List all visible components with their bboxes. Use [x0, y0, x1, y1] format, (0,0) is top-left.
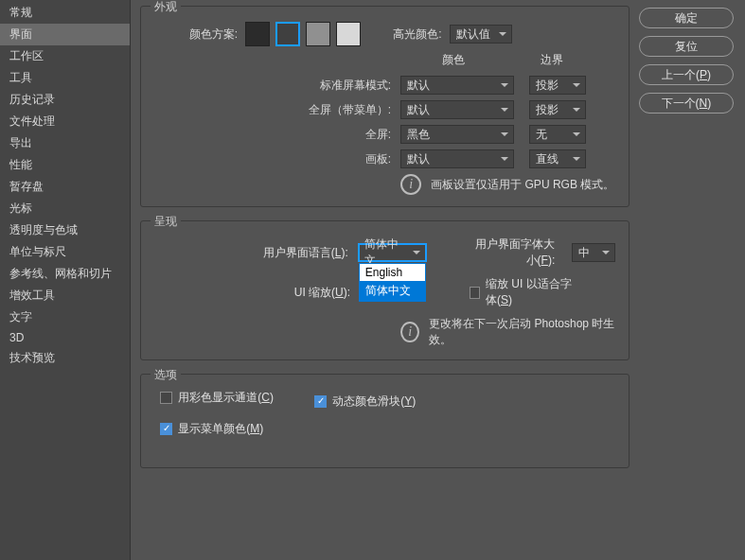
dynamic-sliders-checkbox[interactable] — [314, 395, 327, 408]
ui-language-option[interactable]: English — [360, 264, 426, 281]
screen-mode-border-select[interactable]: 直线 — [529, 149, 586, 168]
column-header-color: 颜色 — [400, 52, 506, 68]
sidebar-item[interactable]: 3D — [0, 328, 130, 347]
sidebar-item[interactable]: 历史记录 — [0, 89, 130, 111]
color-scheme-swatch[interactable] — [336, 22, 361, 46]
screen-mode-row: 画板:默认直线 — [154, 149, 615, 168]
sidebar-item[interactable]: 暂存盘 — [0, 176, 130, 198]
appearance-group: 外观 颜色方案: 高光颜色: 默认值 颜色 边界 标准屏幕模式:默认投影全屏（带… — [140, 6, 630, 207]
column-header-border: 边界 — [523, 52, 580, 68]
menu-colors-label: 显示菜单颜色(M) — [178, 421, 263, 437]
preferences-sidebar: 常规界面工作区工具历史记录文件处理导出性能暂存盘光标透明度与色域单位与标尺参考线… — [0, 0, 131, 560]
dynamic-sliders-label: 动态颜色滑块(Y) — [332, 394, 416, 410]
ui-language-select[interactable]: 简体中文 English简体中文 — [358, 243, 428, 262]
screen-mode-label: 画板: — [154, 151, 400, 167]
sidebar-item[interactable]: 文件处理 — [0, 111, 130, 132]
prev-button[interactable]: 上一个(P) — [639, 64, 734, 85]
sidebar-item[interactable]: 透明度与色域 — [0, 219, 130, 241]
scale-ui-label: 缩放 UI 以适合字体(S) — [486, 276, 577, 308]
sidebar-item[interactable]: 技术预览 — [0, 347, 130, 369]
ui-language-dropdown: English简体中文 — [359, 263, 427, 302]
screen-mode-row: 全屏（带菜单）:默认投影 — [154, 100, 615, 119]
highlight-color-select[interactable]: 默认值 — [450, 25, 512, 44]
color-scheme-swatch[interactable] — [306, 22, 330, 46]
options-title: 选项 — [151, 367, 181, 383]
sidebar-item[interactable]: 单位与标尺 — [0, 241, 130, 263]
presentation-title: 呈现 — [151, 214, 181, 230]
dynamic-sliders-checkbox-row[interactable]: 动态颜色滑块(Y) — [314, 394, 416, 410]
screen-mode-color-select[interactable]: 默认 — [400, 149, 514, 168]
ui-language-label: 用户界面语言(L): — [154, 245, 358, 261]
sidebar-item[interactable]: 工作区 — [0, 45, 130, 67]
color-scheme-swatches — [245, 22, 366, 46]
dialog-buttons: 确定 复位 上一个(P) 下一个(N) — [639, 0, 745, 560]
screen-mode-border-select[interactable]: 投影 — [529, 76, 586, 95]
info-icon: i — [400, 322, 419, 342]
highlight-color-label: 高光颜色: — [393, 26, 441, 43]
screen-mode-label: 标准屏幕模式: — [154, 78, 400, 94]
sidebar-item[interactable]: 界面 — [0, 24, 130, 45]
color-channels-checkbox[interactable] — [160, 392, 172, 404]
info-icon: i — [400, 174, 421, 195]
ui-fontsize-label: 用户界面字体大小(F): — [466, 236, 564, 269]
sidebar-item[interactable]: 文字 — [0, 306, 130, 328]
sidebar-item[interactable]: 工具 — [0, 67, 130, 89]
screen-mode-row: 标准屏幕模式:默认投影 — [154, 76, 615, 95]
scale-ui-checkbox[interactable] — [470, 287, 480, 299]
ui-language-option[interactable]: 简体中文 — [360, 281, 426, 301]
sidebar-item[interactable]: 光标 — [0, 198, 130, 219]
sidebar-item[interactable]: 性能 — [0, 154, 130, 176]
color-channels-checkbox-row[interactable]: 用彩色显示通道(C) — [160, 390, 274, 406]
appearance-info-text: 画板设置仅适用于 GPU RGB 模式。 — [431, 177, 614, 193]
sidebar-item[interactable]: 参考线、网格和切片 — [0, 263, 130, 285]
reset-button[interactable]: 复位 — [639, 36, 734, 57]
presentation-group: 呈现 用户界面语言(L): 简体中文 English简体中文 用户界面字体大小(… — [140, 220, 630, 360]
screen-mode-label: 全屏: — [154, 127, 400, 143]
screen-mode-border-select[interactable]: 投影 — [529, 100, 586, 119]
presentation-info-text: 更改将在下一次启动 Photoshop 时生效。 — [429, 316, 615, 348]
screen-mode-border-select[interactable]: 无 — [529, 125, 586, 144]
screen-mode-label: 全屏（带菜单）: — [154, 102, 400, 118]
scale-ui-checkbox-row[interactable]: 缩放 UI 以适合字体(S) — [470, 276, 577, 308]
color-scheme-label: 颜色方案: — [154, 26, 238, 43]
next-button[interactable]: 下一个(N) — [639, 93, 734, 114]
sidebar-item[interactable]: 导出 — [0, 132, 130, 154]
ui-scaling-label: UI 缩放(U): — [154, 285, 360, 301]
screen-mode-color-select[interactable]: 默认 — [400, 76, 514, 95]
ok-button[interactable]: 确定 — [639, 8, 734, 28]
screen-mode-color-select[interactable]: 黑色 — [400, 125, 514, 144]
sidebar-item[interactable]: 常规 — [0, 2, 130, 24]
preferences-main: 外观 颜色方案: 高光颜色: 默认值 颜色 边界 标准屏幕模式:默认投影全屏（带… — [131, 0, 639, 560]
menu-colors-checkbox[interactable] — [160, 423, 172, 435]
screen-mode-row: 全屏:黑色无 — [154, 125, 615, 144]
ui-fontsize-select[interactable]: 中 — [572, 243, 615, 262]
screen-mode-color-select[interactable]: 默认 — [400, 100, 514, 119]
appearance-title: 外观 — [151, 0, 181, 15]
color-scheme-swatch[interactable] — [275, 22, 300, 46]
color-scheme-swatch[interactable] — [245, 22, 270, 46]
menu-colors-checkbox-row[interactable]: 显示菜单颜色(M) — [160, 421, 263, 437]
options-group: 选项 用彩色显示通道(C) 动态颜色滑块(Y) — [140, 374, 630, 468]
sidebar-item[interactable]: 增效工具 — [0, 285, 130, 306]
color-channels-label: 用彩色显示通道(C) — [178, 390, 274, 406]
